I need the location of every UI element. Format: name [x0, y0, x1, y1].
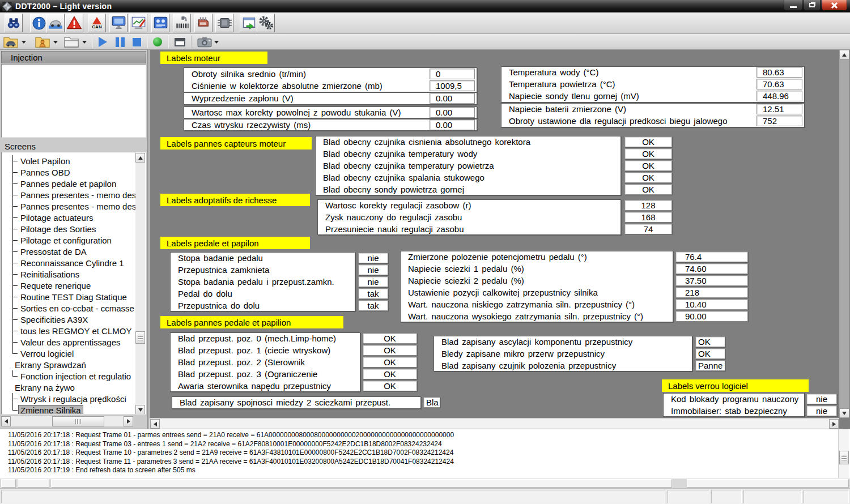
- fault-alert-can-button[interactable]: CAN: [88, 14, 106, 32]
- snapshot-camera-button[interactable]: [197, 35, 219, 49]
- toolbar-separator: [168, 36, 169, 48]
- tree-item[interactable]: Zmienne Silnika: [2, 404, 146, 415]
- scroll-right-button[interactable]: [829, 419, 839, 429]
- stop-icon: [133, 38, 141, 46]
- strip-track[interactable]: [51, 479, 672, 488]
- form-window-icon: [175, 38, 185, 46]
- open-folder-button[interactable]: [63, 35, 87, 49]
- pause-button[interactable]: [116, 35, 125, 49]
- open-vehicle-folder-button[interactable]: [2, 35, 26, 49]
- communication-log[interactable]: 11/05/2016 20:17:18 : Request Trame 01 -…: [0, 429, 850, 479]
- maximize-button[interactable]: [804, 0, 821, 11]
- open-user-folder-button[interactable]: [34, 35, 58, 49]
- main-horizontal-scrollbar[interactable]: [150, 418, 839, 429]
- tree-item[interactable]: Pilotage actuateurs: [2, 212, 146, 223]
- stop-button[interactable]: [133, 35, 141, 49]
- scroll-up-button[interactable]: [839, 50, 849, 59]
- search-binoculars-icon: [6, 16, 21, 31]
- fault-alert-button[interactable]: [65, 14, 83, 32]
- connector-button[interactable]: [194, 14, 212, 32]
- tree-item[interactable]: Pannes pedale et papilon: [2, 178, 146, 189]
- screen-display-button[interactable]: [109, 14, 128, 32]
- tree-item[interactable]: Reconnaissance Cylindre 1: [2, 257, 146, 268]
- main-vertical-scrollbar[interactable]: [839, 50, 849, 418]
- param-value: 76.4: [675, 251, 748, 262]
- sidebar-horizontal-scrollbar[interactable]: [1, 416, 133, 426]
- tree-item[interactable]: Fonction injection et regulatio: [2, 370, 146, 382]
- module-listbox[interactable]: [1, 64, 146, 138]
- scroll-down-button[interactable]: [839, 408, 849, 418]
- tree-item[interactable]: Pannes OBD: [2, 166, 146, 178]
- tree-item[interactable]: Pannes presentes - memo des: [2, 200, 146, 212]
- folder-icon: [63, 36, 80, 48]
- tree-item[interactable]: Pannes presentes - memo des: [2, 189, 146, 200]
- play-button[interactable]: [99, 35, 107, 49]
- scrollbar-thumb[interactable]: [135, 331, 145, 344]
- control-panel-button[interactable]: [151, 14, 169, 32]
- info-button[interactable]: [30, 14, 48, 32]
- dropdown-arrow-icon[interactable]: [82, 41, 87, 44]
- scrollbar-thumb[interactable]: [839, 451, 849, 464]
- log-line: 11/05/2016 20:17:18 : Request Trame 01 -…: [0, 431, 850, 440]
- param-row: Napiecie sciezki 1 pedalu (%) 74.60: [400, 263, 751, 275]
- group-moteur-3: Wartosc max korekty powolnej z powodu st…: [184, 106, 477, 118]
- tree-item[interactable]: Reinitialisations: [2, 268, 146, 280]
- tree-item[interactable]: Valeur des apprentissages: [2, 336, 146, 348]
- vehicle-icon: [48, 16, 63, 31]
- tree-item-label: Pilotage et configuration: [19, 236, 113, 245]
- tree-item-label: Pilotage des Sorties: [19, 224, 97, 234]
- ecu-chip-button[interactable]: [215, 14, 233, 32]
- scroll-down-button[interactable]: [135, 405, 145, 415]
- group-pannes-pedale-right: Blad zapisany ascylacji komponentu przep…: [434, 336, 728, 371]
- tree-item[interactable]: Specificities A39X: [2, 314, 146, 325]
- dropdown-arrow-icon[interactable]: [53, 41, 58, 44]
- scroll-right-button[interactable]: [124, 416, 133, 426]
- form-window-button[interactable]: [175, 35, 185, 49]
- tree-vertical-scrollbar[interactable]: [135, 153, 145, 415]
- tree-item[interactable]: Ekrany na żywo: [2, 382, 146, 393]
- module-header[interactable]: Injection: [1, 51, 146, 63]
- tree-item[interactable]: tous les REGMOY et CLMOY: [2, 325, 146, 336]
- tree-item[interactable]: Ekrany Sprawdzań: [2, 359, 146, 370]
- scrollbar-thumb[interactable]: [52, 416, 104, 426]
- tree-item[interactable]: Requete renerique: [2, 280, 146, 291]
- param-label: Napiecie sciezki 2 pedalu (%): [400, 275, 673, 287]
- param-row: Blad zapisany ascylacji komponentu przep…: [434, 336, 728, 348]
- title-bar[interactable]: DDT2000 – Light version: [0, 0, 850, 12]
- chip-icon: [217, 15, 232, 31]
- minimize-button[interactable]: [784, 0, 802, 11]
- screen-graph-button[interactable]: [129, 14, 147, 32]
- record-button[interactable]: [153, 35, 162, 49]
- log-horizontal-scrollbar[interactable]: [0, 479, 850, 488]
- scroll-up-button[interactable]: [135, 153, 145, 163]
- arrow-right-icon: [832, 422, 836, 426]
- param-row: Zysk nauczony do regulacji zasobu 168: [317, 211, 678, 223]
- tree-item-label: Ekrany na żywo: [13, 383, 76, 392]
- group-richesse: Wartosc korekty regulacji zasobow (r) 12…: [317, 199, 678, 235]
- param-label: Blad zapisany ascylacji komponentu przep…: [434, 336, 692, 348]
- tree-item[interactable]: Wtrysk i regulacja prędkości: [2, 393, 146, 404]
- close-button[interactable]: [822, 0, 847, 11]
- injector-measure-button[interactable]: [173, 14, 191, 32]
- tree-item-label: Pannes OBD: [19, 168, 72, 177]
- settings-gears-button[interactable]: [257, 14, 275, 32]
- dropdown-arrow-icon[interactable]: [214, 41, 219, 44]
- tree-item[interactable]: Volet Papilon: [2, 155, 146, 166]
- param-label: Zmierzone polozenie potencjometru pedalu…: [400, 251, 673, 263]
- log-vertical-scrollbar[interactable]: [838, 429, 849, 478]
- tree-item[interactable]: Pilotage des Sorties: [2, 223, 146, 234]
- window-export-button[interactable]: [240, 14, 258, 32]
- param-row: Napiecie baterii zmierzone (V) 12.51: [501, 103, 805, 115]
- param-value: Bla: [423, 397, 440, 408]
- tree-item[interactable]: Routine TEST Diag Statique: [2, 291, 146, 302]
- tree-item[interactable]: Sorties en co-ccbat - ccmasse: [2, 302, 146, 314]
- scroll-left-button[interactable]: [150, 419, 160, 429]
- vehicle-diagnosis-button[interactable]: [46, 14, 65, 32]
- status-panel: [1, 490, 665, 503]
- tree-item[interactable]: Pressostat de DA: [2, 246, 146, 257]
- tree-item[interactable]: Pilotage et configuration: [2, 234, 146, 246]
- search-binoculars-button[interactable]: [5, 14, 23, 32]
- scroll-left-button[interactable]: [1, 416, 11, 426]
- tree-item[interactable]: Verrou logiciel: [2, 348, 146, 359]
- dropdown-arrow-icon[interactable]: [22, 41, 26, 44]
